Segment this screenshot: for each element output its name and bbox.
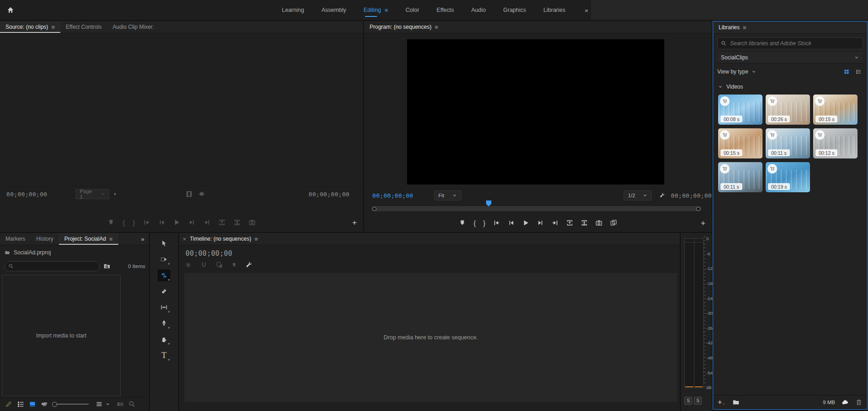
workspace-tab-audio[interactable]: Audio <box>463 0 495 20</box>
panel-menu-icon[interactable]: ≡ <box>109 236 113 242</box>
button-editor-add[interactable]: + <box>701 219 705 227</box>
mark-out-button[interactable]: } <box>483 219 486 227</box>
step-forward-button[interactable] <box>188 219 196 226</box>
video-thumbnail[interactable]: 00:11 s <box>766 128 810 158</box>
tool-selection[interactable] <box>158 237 170 249</box>
workspace-tab-graphics[interactable]: Graphics <box>495 0 535 20</box>
step-back-button[interactable] <box>508 219 515 227</box>
edit-pencil-icon[interactable] <box>3 400 15 408</box>
source-tab-source-no-clips[interactable]: Source: (no clips)≡ <box>0 21 60 33</box>
automate-to-sequence-button[interactable] <box>114 400 126 408</box>
source-tab-audio-clip-mixer[interactable]: Audio Clip Mixer: <box>107 21 159 33</box>
panel-menu-icon[interactable]: ≡ <box>434 24 438 31</box>
go-to-out-button[interactable] <box>551 219 559 227</box>
panel-menu-icon[interactable]: ≡ <box>51 24 55 31</box>
project-search-field[interactable] <box>5 261 100 271</box>
workspace-tab-editing[interactable]: Editing≡ <box>355 0 397 20</box>
project-freeform-view-button[interactable] <box>38 400 50 408</box>
comparison-view-button[interactable] <box>610 219 617 227</box>
tool-type[interactable]: T <box>158 349 170 361</box>
video-thumbnail[interactable]: 00:15 s <box>813 95 857 125</box>
audio-meters[interactable] <box>684 238 704 388</box>
add-to-cart-icon[interactable] <box>767 130 777 140</box>
new-folder-icon[interactable] <box>732 399 740 406</box>
find-button[interactable] <box>126 400 138 408</box>
mark-out-button[interactable]: } <box>133 219 135 227</box>
go-to-in-button[interactable] <box>143 219 150 226</box>
video-thumbnail[interactable]: 00:19 s <box>766 162 810 192</box>
playhead-marker[interactable] <box>486 200 492 206</box>
lift-button[interactable] <box>566 219 573 227</box>
timeline-timecode[interactable]: 00;00;00;00 <box>185 249 233 258</box>
workspace-tab-assembly[interactable]: Assembly <box>313 0 355 20</box>
panel-overflow-button[interactable]: » <box>137 236 149 242</box>
program-scrubber[interactable] <box>371 206 702 212</box>
add-marker-button[interactable] <box>107 219 115 226</box>
page-play-icon[interactable] <box>112 191 118 197</box>
tool-hand[interactable] <box>158 333 170 345</box>
export-frame-button[interactable] <box>249 219 256 226</box>
solo-button[interactable]: S <box>694 397 702 405</box>
libraries-search-field[interactable] <box>717 37 863 49</box>
project-file-breadcrumb[interactable]: SocialAd.prproj <box>5 249 51 256</box>
workspace-tab-libraries[interactable]: Libraries <box>535 0 574 20</box>
sort-icons-button[interactable] <box>93 400 105 408</box>
workspace-menu-icon[interactable]: ≡ <box>385 7 388 14</box>
source-tab-effect-controls[interactable]: Effect Controls <box>60 21 107 33</box>
project-search-input[interactable] <box>16 263 96 269</box>
video-thumbnail[interactable]: 00:08 s <box>718 95 762 125</box>
home-button[interactable] <box>4 4 17 16</box>
chevron-down-icon[interactable] <box>105 401 111 407</box>
drag-video-icon[interactable] <box>185 190 193 198</box>
workspace-tab-learning[interactable]: Learning <box>273 0 313 20</box>
tool-track-select-forward[interactable] <box>158 253 170 265</box>
list-view-button[interactable] <box>854 68 863 76</box>
overwrite-button[interactable] <box>233 219 241 226</box>
drag-audio-icon[interactable] <box>198 190 206 198</box>
add-to-cart-icon[interactable] <box>815 130 825 140</box>
workspace-tab-color[interactable]: Color <box>397 0 428 20</box>
project-icon-view-button[interactable] <box>26 400 38 408</box>
add-library-item-button[interactable]: + <box>718 399 726 406</box>
play-button[interactable] <box>522 219 529 227</box>
library-selector[interactable]: SocialClips <box>717 52 863 63</box>
search-bins-icon[interactable] <box>103 263 111 270</box>
zoom-slider-knob[interactable] <box>52 402 57 407</box>
step-forward-button[interactable] <box>537 219 544 227</box>
playback-resolution-selector[interactable]: 1/2 <box>624 190 652 200</box>
add-to-cart-icon[interactable] <box>720 130 730 140</box>
cloud-sync-icon[interactable] <box>842 399 849 406</box>
timeline-settings-wrench-icon[interactable] <box>245 261 253 269</box>
scrubber-start-knob[interactable] <box>372 207 376 211</box>
project-tab-project-socialad[interactable]: Project: SocialAd≡ <box>59 233 118 245</box>
thumbnail-zoom-slider[interactable] <box>53 404 89 405</box>
add-to-cart-icon[interactable] <box>767 96 777 106</box>
snap-magnet-icon[interactable] <box>200 261 207 269</box>
panel-menu-icon[interactable]: ≡ <box>254 236 258 242</box>
mark-in-button[interactable]: { <box>122 219 125 227</box>
scrubber-end-knob[interactable] <box>696 207 700 211</box>
tool-razor[interactable] <box>158 285 170 297</box>
workspace-tab-effects[interactable]: Effects <box>428 0 463 20</box>
libraries-panel-tab[interactable]: Libraries ≡ <box>713 21 752 33</box>
add-marker-button[interactable] <box>459 219 466 227</box>
video-thumbnail[interactable]: 00:12 s <box>813 128 857 158</box>
view-by-type-label[interactable]: View by type <box>717 68 748 75</box>
add-to-cart-icon[interactable] <box>720 164 730 174</box>
video-thumbnail[interactable]: 00:26 s <box>766 95 810 125</box>
button-editor-add[interactable]: + <box>352 219 357 227</box>
workspace-overflow-button[interactable]: » <box>579 0 593 20</box>
video-thumbnail[interactable]: 00:11 s <box>718 162 762 192</box>
solo-button[interactable]: S <box>684 397 692 405</box>
project-media-list[interactable]: Import media to start <box>2 275 121 396</box>
timeline-panel-tab[interactable]: Timeline: (no sequences) ≡ <box>188 233 264 245</box>
play-button[interactable] <box>173 219 180 226</box>
video-thumbnail[interactable]: 00:15 s <box>718 128 762 158</box>
add-to-cart-icon[interactable] <box>815 96 825 106</box>
timeline-drop-area[interactable]: Drop media here to create sequence. <box>184 272 678 403</box>
tool-slip[interactable] <box>158 301 170 313</box>
libraries-search-input[interactable] <box>729 40 859 47</box>
tool-pen[interactable] <box>158 317 170 329</box>
zoom-level-selector[interactable]: Fit <box>434 190 461 200</box>
videos-section-header[interactable]: Videos <box>715 82 865 92</box>
